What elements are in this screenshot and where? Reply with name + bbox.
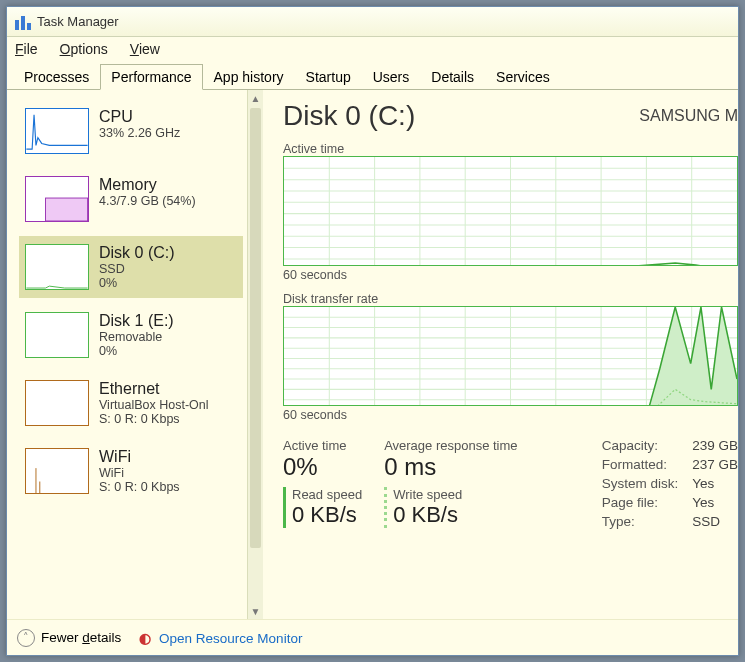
footer: ˄ Fewer details ◐ Open Resource Monitor [7,619,738,655]
sidebar: CPU 33% 2.26 GHz Memory 4.3/7.9 GB (54%) [7,90,247,619]
chevron-up-icon[interactable]: ˄ [17,629,35,647]
sidebar-item-label: Memory [99,176,196,194]
sidebar-item-stat2: 0% [99,276,175,290]
svg-rect-0 [15,20,19,30]
sidebar-item-label: Disk 0 (C:) [99,244,175,262]
scroll-thumb[interactable] [250,108,261,548]
sidebar-item-stat2: S: 0 R: 0 Kbps [99,480,180,494]
chart-transfer-rate[interactable] [283,306,738,406]
chart2-label: Disk transfer rate [283,292,738,306]
sidebar-item-stat: WiFi [99,466,180,480]
sidebar-item-label: Disk 1 (E:) [99,312,174,330]
titlebar[interactable]: Task Manager [7,7,738,37]
window-title: Task Manager [37,14,119,29]
sidebar-item-stat: 33% 2.26 GHz [99,126,180,140]
scroll-down-icon[interactable]: ▼ [248,603,263,619]
tabstrip: Processes Performance App history Startu… [7,61,738,90]
app-window: Task Manager File Options View Processes… [6,6,739,656]
disk-properties: Capacity: 239 GB Formatted: 237 GB Syste… [602,438,738,529]
prop-key: System disk: [602,476,679,491]
cpu-thumb [25,108,89,154]
chart1-axis: 60 seconds [283,268,738,282]
active-time-value: 0% [283,453,362,481]
memory-thumb [25,176,89,222]
sidebar-item-stat2: 0% [99,344,174,358]
sidebar-item-label: WiFi [99,448,180,466]
sidebar-item-disk1[interactable]: Disk 1 (E:) Removable 0% [19,304,243,366]
sidebar-item-stat: SSD [99,262,175,276]
fewer-details-link[interactable]: Fewer details [41,630,121,645]
write-speed-label: Write speed [393,487,462,502]
sidebar-item-label: Ethernet [99,380,209,398]
chart1-label: Active time [283,142,738,156]
disk1-thumb [25,312,89,358]
prop-key: Page file: [602,495,679,510]
sidebar-item-disk0[interactable]: Disk 0 (C:) SSD 0% [19,236,243,298]
prop-val: Yes [692,476,738,491]
page-title: Disk 0 (C:) [283,100,415,132]
prop-key: Type: [602,514,679,529]
sidebar-item-wifi[interactable]: WiFi WiFi S: 0 R: 0 Kbps [19,440,243,502]
tab-startup[interactable]: Startup [295,64,362,90]
tab-details[interactable]: Details [420,64,485,90]
main-panel: Disk 0 (C:) SAMSUNG M Active time 60 sec… [263,90,738,619]
open-resource-monitor-link[interactable]: ◐ Open Resource Monitor [139,630,302,646]
ethernet-thumb [25,380,89,426]
wifi-thumb [25,448,89,494]
open-resource-monitor-label: Open Resource Monitor [159,631,302,646]
resource-monitor-icon: ◐ [139,631,151,646]
write-speed-value: 0 KB/s [393,502,462,528]
tab-processes[interactable]: Processes [13,64,100,90]
avg-response-label: Average response time [384,438,517,453]
menu-file[interactable]: File [15,41,38,57]
avg-response-value: 0 ms [384,453,517,481]
disk0-thumb [25,244,89,290]
tab-app-history[interactable]: App history [203,64,295,90]
sidebar-item-memory[interactable]: Memory 4.3/7.9 GB (54%) [19,168,243,230]
read-speed-label: Read speed [292,487,362,502]
tab-users[interactable]: Users [362,64,421,90]
chart-active-time[interactable] [283,156,738,266]
svg-rect-1 [21,16,25,30]
prop-val: 239 GB [692,438,738,453]
menu-options[interactable]: Options [60,41,108,57]
active-time-label: Active time [283,438,362,453]
sidebar-item-label: CPU [99,108,180,126]
menubar: File Options View [7,37,738,61]
scroll-up-icon[interactable]: ▲ [248,90,263,106]
svg-rect-3 [46,198,88,221]
prop-key: Capacity: [602,438,679,453]
sidebar-item-ethernet[interactable]: Ethernet VirtualBox Host-Onl S: 0 R: 0 K… [19,372,243,434]
menu-view[interactable]: View [130,41,160,57]
read-speed-value: 0 KB/s [292,502,362,528]
metrics: Active time 0% Read speed 0 KB/s Average… [283,438,738,529]
svg-rect-2 [27,23,31,30]
sidebar-scrollbar[interactable]: ▲ ▼ [247,90,263,619]
sidebar-item-stat: 4.3/7.9 GB (54%) [99,194,196,208]
menu-file-label: ile [24,41,38,57]
sidebar-item-cpu[interactable]: CPU 33% 2.26 GHz [19,100,243,162]
prop-key: Formatted: [602,457,679,472]
prop-val: Yes [692,495,738,510]
sidebar-item-stat2: S: 0 R: 0 Kbps [99,412,209,426]
body: CPU 33% 2.26 GHz Memory 4.3/7.9 GB (54%) [7,90,738,619]
device-model: SAMSUNG M [639,107,738,125]
tab-performance[interactable]: Performance [100,64,202,90]
app-icon [15,14,31,30]
prop-val: 237 GB [692,457,738,472]
chart2-axis: 60 seconds [283,408,738,422]
sidebar-item-stat: VirtualBox Host-Onl [99,398,209,412]
prop-val: SSD [692,514,738,529]
tab-services[interactable]: Services [485,64,561,90]
sidebar-item-stat: Removable [99,330,174,344]
